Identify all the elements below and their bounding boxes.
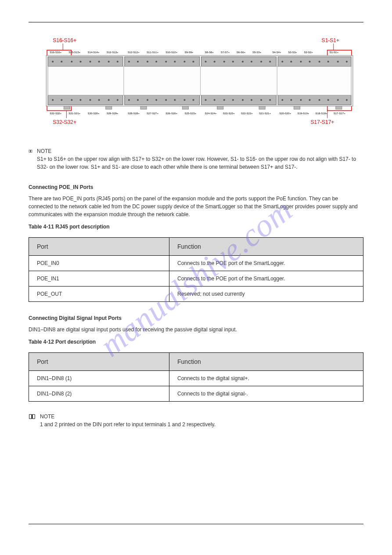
svg-point-90 xyxy=(251,99,252,101)
svg-point-76 xyxy=(117,99,119,101)
svg-rect-31 xyxy=(201,95,277,105)
svg-text:S9-S9+: S9-S9+ xyxy=(184,51,194,54)
table-header-row: Port Function xyxy=(29,352,363,370)
td-port: POE_IN1 xyxy=(29,271,169,286)
svg-text:S28-S28+: S28-S28+ xyxy=(128,112,140,115)
table2-caption: Table 4-12 Port description xyxy=(29,338,363,346)
svg-rect-107 xyxy=(294,106,300,109)
svg-text:S5-S5+: S5-S5+ xyxy=(252,51,262,54)
svg-rect-105 xyxy=(217,106,223,109)
svg-point-70 xyxy=(61,99,62,101)
svg-point-82 xyxy=(174,99,176,101)
svg-text:S10-S10+: S10-S10+ xyxy=(165,51,177,54)
footer-rule xyxy=(29,524,363,524)
svg-point-95 xyxy=(300,99,302,101)
table1-caption: Table 4-11 RJ45 port description xyxy=(29,223,363,231)
td-port: DIN1–DIN8 (1) xyxy=(29,370,169,386)
svg-point-87 xyxy=(223,99,225,101)
table-row: DIN1–DIN8 (1) Connects to the digital si… xyxy=(29,370,363,386)
svg-rect-101 xyxy=(64,106,70,109)
svg-point-74 xyxy=(98,99,100,101)
svg-point-73 xyxy=(90,99,91,101)
table-din: Port Function DIN1–DIN8 (1) Connects to … xyxy=(29,352,363,402)
svg-point-63 xyxy=(300,61,302,62)
book-icon xyxy=(29,148,32,154)
svg-point-93 xyxy=(281,99,283,101)
svg-rect-29 xyxy=(48,95,123,105)
svg-point-65 xyxy=(319,61,320,62)
table-row: POE_IN0 Connects to the POE port of the … xyxy=(29,255,363,271)
svg-point-91 xyxy=(260,99,262,101)
td-func: Connects to the digital signal-. xyxy=(169,386,363,401)
svg-text:S19-S19+: S19-S19+ xyxy=(297,112,309,115)
svg-point-69 xyxy=(52,99,54,101)
td-func: Connects to the POE port of the SmartLog… xyxy=(169,255,363,271)
td-port: POE_IN0 xyxy=(29,255,169,271)
svg-point-53 xyxy=(205,61,207,62)
svg-point-54 xyxy=(214,61,216,62)
table-header-row: Port Function xyxy=(29,237,363,255)
svg-point-61 xyxy=(281,61,283,62)
svg-point-42 xyxy=(98,61,100,62)
svg-point-44 xyxy=(117,61,119,62)
table-row: DIN1–DIN8 (2) Connects to the digital si… xyxy=(29,386,363,401)
svg-point-77 xyxy=(128,99,130,101)
book-icon xyxy=(29,414,36,420)
svg-rect-28 xyxy=(278,57,351,66)
svg-rect-108 xyxy=(336,106,342,109)
svg-point-88 xyxy=(232,99,234,101)
label-top-right: S1-S1+ xyxy=(322,37,339,44)
note1-heading: NOTE xyxy=(37,147,363,155)
th-function: Function xyxy=(169,352,363,370)
svg-text:S26-S26+: S26-S26+ xyxy=(165,112,177,115)
svg-point-59 xyxy=(260,61,262,62)
note1-body: S1+ to S16+ on the upper row align with … xyxy=(37,155,363,171)
td-port: DIN1–DIN8 (2) xyxy=(29,386,169,401)
note-block-1: NOTE S1+ to S16+ on the upper row align … xyxy=(29,147,363,171)
svg-text:S15-S15+: S15-S15+ xyxy=(68,51,80,54)
svg-rect-30 xyxy=(125,95,200,105)
td-port: POE_OUT xyxy=(29,286,169,301)
svg-rect-104 xyxy=(182,106,188,109)
svg-point-86 xyxy=(214,99,216,101)
svg-text:S18-S18+: S18-S18+ xyxy=(316,112,327,115)
svg-text:S12-S12+: S12-S12+ xyxy=(128,51,140,54)
svg-point-71 xyxy=(71,99,72,101)
svg-rect-27 xyxy=(201,57,277,66)
svg-rect-103 xyxy=(140,106,147,109)
svg-text:S21-S21+: S21-S21+ xyxy=(259,112,271,115)
svg-point-47 xyxy=(147,61,148,62)
svg-text:S31-S31+: S31-S31+ xyxy=(68,112,80,115)
svg-rect-26 xyxy=(125,57,200,66)
svg-point-58 xyxy=(251,61,252,62)
svg-text:S17-S17+: S17-S17+ xyxy=(334,112,345,115)
svg-text:S25-S25+: S25-S25+ xyxy=(184,112,196,115)
svg-point-97 xyxy=(319,99,320,101)
svg-text:S22-S22+: S22-S22+ xyxy=(241,112,253,115)
td-func: Connects to the POE port of the SmartLog… xyxy=(169,271,363,286)
svg-point-96 xyxy=(309,99,311,101)
svg-point-51 xyxy=(183,61,185,62)
svg-text:S1-S1+: S1-S1+ xyxy=(330,51,339,54)
svg-point-49 xyxy=(165,61,167,62)
svg-point-100 xyxy=(346,99,348,101)
svg-text:S8-S8+: S8-S8+ xyxy=(205,51,214,54)
svg-text:S3-S3+: S3-S3+ xyxy=(288,51,297,54)
svg-point-72 xyxy=(79,99,81,101)
svg-point-50 xyxy=(174,61,176,62)
svg-rect-33 xyxy=(48,66,351,95)
label-bottom-right: S17-S17+ xyxy=(311,119,334,125)
svg-point-89 xyxy=(242,99,244,101)
connector-diagram-figure: S16-S16+ S1-S1+ S32-S32+ S17-S17+ S16-S1… xyxy=(29,36,363,130)
note-block-2: NOTE 1 and 2 printed on the DIN port ref… xyxy=(29,413,363,428)
header-rule xyxy=(29,22,363,22)
svg-point-43 xyxy=(108,61,110,62)
svg-point-79 xyxy=(147,99,148,101)
svg-point-38 xyxy=(61,61,62,62)
svg-point-40 xyxy=(79,61,81,62)
svg-point-39 xyxy=(71,61,72,62)
svg-text:S2-S2+: S2-S2+ xyxy=(304,51,313,54)
svg-text:S16-S16+: S16-S16+ xyxy=(50,51,61,54)
svg-text:S14-S14+: S14-S14+ xyxy=(88,51,100,54)
svg-point-52 xyxy=(192,61,194,62)
